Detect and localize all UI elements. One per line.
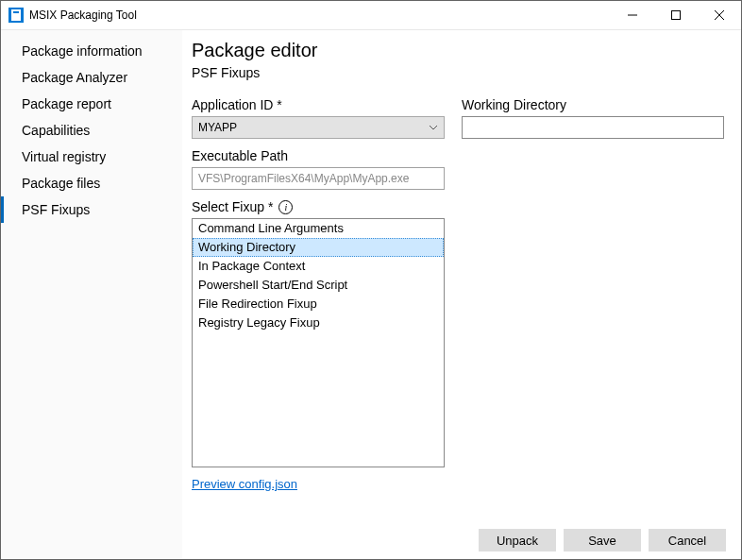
chevron-down-icon: [429, 122, 438, 135]
sidebar: Package information Package Analyzer Pac…: [1, 30, 182, 559]
close-button[interactable]: [698, 1, 741, 29]
sidebar-item-package-report[interactable]: Package report: [1, 91, 182, 117]
exec-input[interactable]: VFS\ProgramFilesX64\MyApp\MyApp.exe: [192, 167, 445, 190]
working-dir-label: Working Directory: [462, 97, 724, 112]
fixup-option-registry-legacy[interactable]: Registry Legacy Fixup: [193, 314, 444, 332]
cancel-button[interactable]: Cancel: [649, 529, 726, 552]
fixup-option-powershell-script[interactable]: Powershell Start/End Script: [193, 276, 444, 295]
sidebar-item-package-information[interactable]: Package information: [1, 38, 182, 64]
fixup-option-working-directory[interactable]: Working Directory: [193, 238, 444, 257]
page-title: Package editor: [192, 40, 741, 61]
fixup-option-in-package-context[interactable]: In Package Context: [193, 257, 444, 276]
sidebar-item-psf-fixups[interactable]: PSF Fixups: [1, 196, 182, 223]
appid-select[interactable]: MYAPP: [192, 116, 445, 139]
svg-rect-2: [13, 11, 19, 13]
unpack-button[interactable]: Unpack: [479, 529, 556, 552]
sidebar-item-package-files[interactable]: Package files: [1, 170, 182, 196]
sidebar-item-virtual-registry[interactable]: Virtual registry: [1, 144, 182, 170]
sidebar-item-capabilities[interactable]: Capabilities: [1, 117, 182, 144]
working-dir-input[interactable]: [462, 116, 724, 139]
appid-label: Application ID *: [192, 97, 445, 112]
preview-config-link[interactable]: Preview config.json: [192, 477, 445, 491]
exec-label: Executable Path: [192, 148, 445, 163]
info-icon[interactable]: i: [278, 200, 293, 214]
window-title: MSIX Packaging Tool: [29, 8, 137, 22]
fixup-label: Select Fixup * i: [192, 199, 445, 214]
sidebar-item-package-analyzer[interactable]: Package Analyzer: [1, 64, 182, 91]
fixup-listbox[interactable]: Command Line Arguments Working Directory…: [192, 218, 445, 467]
maximize-button[interactable]: [654, 1, 698, 29]
svg-rect-4: [672, 11, 681, 20]
fixup-option-file-redirection[interactable]: File Redirection Fixup: [193, 295, 444, 314]
appid-value: MYAPP: [198, 121, 237, 134]
page-subtitle: PSF Fixups: [192, 65, 741, 80]
app-icon: [8, 8, 24, 23]
save-button[interactable]: Save: [564, 529, 641, 552]
fixup-option-command-line-arguments[interactable]: Command Line Arguments: [193, 219, 444, 238]
titlebar: MSIX Packaging Tool: [1, 1, 741, 30]
svg-rect-1: [11, 9, 21, 21]
exec-value: VFS\ProgramFilesX64\MyApp\MyApp.exe: [198, 172, 409, 185]
footer: Unpack Save Cancel: [192, 521, 741, 559]
minimize-button[interactable]: [611, 1, 654, 29]
